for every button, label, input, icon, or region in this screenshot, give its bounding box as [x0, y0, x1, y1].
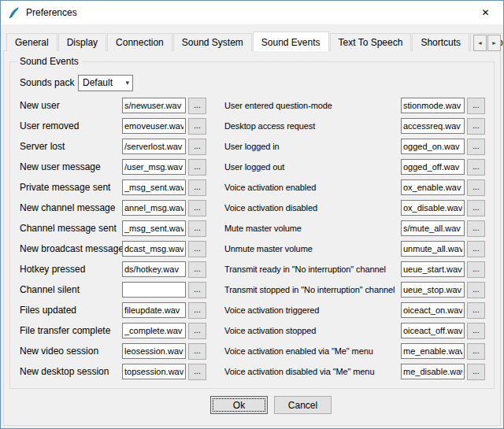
browse-button[interactable]: ... — [188, 179, 206, 196]
sounds-pack-value: Default — [83, 77, 113, 88]
sound-file-input[interactable] — [122, 118, 186, 134]
sound-file-input[interactable] — [401, 364, 465, 379]
tab-scroll-left-icon: ◄ — [477, 40, 483, 46]
tab-label: Connection — [116, 37, 164, 48]
sound-file-input[interactable] — [122, 343, 186, 359]
browse-button[interactable]: ... — [467, 364, 485, 380]
tab-strip: General Display Connection Sound System … — [1, 24, 504, 51]
sound-file-input[interactable] — [401, 261, 465, 277]
browse-button[interactable]: ... — [467, 261, 485, 278]
event-label: Hotkey pressed — [20, 264, 122, 275]
sound-file-input[interactable] — [122, 302, 186, 318]
browse-button[interactable]: ... — [467, 200, 485, 216]
event-label: Voice activation disabled — [224, 203, 401, 213]
browse-button[interactable]: ... — [188, 343, 206, 360]
tab-scroll-left-button[interactable]: ◄ — [473, 35, 487, 51]
sound-file-input[interactable] — [122, 159, 186, 175]
sound-event-row: Mute master volume ... — [224, 218, 489, 239]
browse-button[interactable]: ... — [467, 98, 485, 114]
event-label: User logged out — [224, 162, 401, 172]
tab-shortcuts[interactable]: Shortcuts — [412, 33, 469, 51]
sound-file-input[interactable] — [122, 139, 186, 154]
browse-button[interactable]: ... — [188, 282, 206, 298]
event-label: New video session — [20, 346, 122, 357]
sounds-pack-label: Sounds pack — [20, 77, 78, 88]
sound-events-page: Sound Events Sounds pack Default ▾ New u… — [3, 50, 501, 426]
browse-button[interactable]: ... — [188, 261, 206, 278]
sound-event-row: User entered question-mode ... — [224, 95, 489, 116]
sounds-pack-select[interactable]: Default ▾ — [78, 75, 133, 91]
browse-button[interactable]: ... — [467, 139, 485, 155]
browse-button[interactable]: ... — [188, 159, 206, 176]
browse-button[interactable]: ... — [188, 118, 206, 135]
browse-button[interactable]: ... — [467, 179, 485, 196]
browse-button[interactable]: ... — [188, 220, 206, 237]
browse-button[interactable]: ... — [188, 139, 206, 155]
cancel-button[interactable]: Cancel — [274, 396, 332, 414]
sound-file-input[interactable] — [401, 98, 465, 113]
tab-general[interactable]: General — [6, 33, 57, 51]
tab-scroll-right-button[interactable]: ► — [487, 35, 501, 51]
browse-button[interactable]: ... — [188, 241, 206, 257]
sound-file-input[interactable] — [401, 220, 465, 236]
sound-file-input[interactable] — [401, 179, 465, 195]
sound-event-row: Voice activation disabled ... — [224, 198, 489, 218]
browse-button[interactable]: ... — [188, 98, 206, 114]
browse-button[interactable]: ... — [467, 302, 485, 319]
sound-event-row: Channel silent ... — [20, 279, 217, 300]
browse-button[interactable]: ... — [188, 302, 206, 319]
ok-button[interactable]: Ok — [210, 396, 268, 414]
sound-file-input[interactable] — [401, 139, 465, 154]
sound-file-input[interactable] — [401, 159, 465, 175]
tab-connection[interactable]: Connection — [107, 33, 172, 51]
event-label: Channel silent — [20, 284, 122, 295]
sound-event-row: New channel message ... — [20, 198, 217, 218]
window-title: Preferences — [26, 7, 77, 18]
sound-file-input[interactable] — [401, 282, 465, 298]
event-label: New desktop session — [20, 366, 122, 377]
event-label: Channel message sent — [20, 223, 122, 234]
event-label: New broadcast message — [20, 243, 122, 254]
browse-button[interactable]: ... — [467, 159, 485, 176]
browse-button[interactable]: ... — [467, 282, 485, 298]
event-label: User logged in — [224, 142, 401, 151]
tab-sound-events[interactable]: Sound Events — [253, 31, 329, 51]
sound-file-input[interactable] — [401, 241, 465, 257]
sound-file-input[interactable] — [401, 302, 465, 318]
browse-button[interactable]: ... — [467, 323, 485, 339]
sound-event-row: Transmit stopped in "No interruption" ch… — [224, 279, 489, 300]
event-label: Transmit ready in "No interruption" chan… — [224, 264, 401, 274]
sound-file-input[interactable] — [122, 261, 186, 277]
sound-file-input[interactable] — [122, 98, 186, 113]
sound-event-row: Voice activation stopped ... — [224, 320, 489, 341]
browse-button[interactable]: ... — [467, 241, 485, 257]
browse-button[interactable]: ... — [467, 220, 485, 237]
event-columns: New user ... User removed ... Server los… — [20, 95, 489, 382]
sound-file-input[interactable] — [401, 323, 465, 338]
sound-event-row: User logged out ... — [224, 157, 489, 177]
browse-button[interactable]: ... — [188, 323, 206, 339]
tab-display[interactable]: Display — [58, 33, 106, 51]
sound-file-input[interactable] — [122, 200, 186, 216]
browse-button[interactable]: ... — [188, 200, 206, 216]
sound-file-input[interactable] — [122, 282, 186, 298]
sound-file-input[interactable] — [122, 179, 186, 195]
sound-file-input[interactable] — [122, 364, 186, 379]
sound-event-row: Hotkey pressed ... — [20, 259, 217, 279]
browse-button[interactable]: ... — [467, 343, 485, 360]
event-label: File transfer complete — [20, 325, 122, 336]
sound-file-input[interactable] — [122, 323, 186, 338]
sound-file-input[interactable] — [401, 200, 465, 216]
tab-text-to-speech[interactable]: Text To Speech — [330, 33, 412, 51]
sound-file-input[interactable] — [122, 241, 186, 257]
event-label: Voice activation disabled via "Me" menu — [224, 367, 401, 376]
tab-sound-system[interactable]: Sound System — [173, 33, 252, 51]
sound-file-input[interactable] — [401, 118, 465, 134]
browse-button[interactable]: ... — [467, 118, 485, 135]
close-button[interactable]: ✕ — [468, 1, 503, 24]
sound-file-input[interactable] — [401, 343, 465, 359]
sound-event-row: Unmute master volume ... — [224, 239, 489, 259]
sound-file-input[interactable] — [122, 220, 186, 236]
browse-button[interactable]: ... — [188, 364, 206, 380]
sound-event-row: Voice activation enabled ... — [224, 177, 489, 198]
